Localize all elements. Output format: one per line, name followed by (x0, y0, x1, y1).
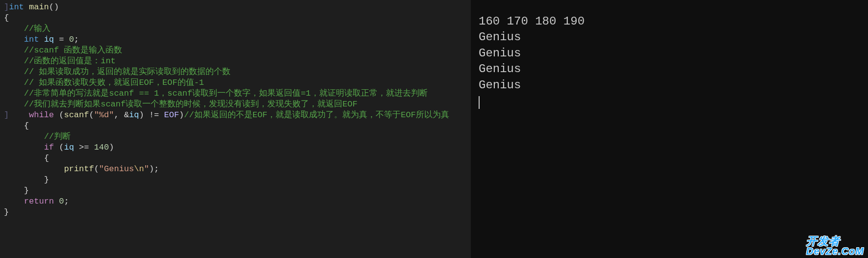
code-token-ident: iq (129, 110, 139, 120)
code-line[interactable]: //非常简单的写法就是scanf == 1，scanf读取到一个数字，如果返回值… (0, 88, 471, 99)
code-token-brace: } (4, 207, 9, 217)
code-token-comment: //非常简单的写法就是scanf == 1，scanf读取到一个数字，如果返回值… (24, 89, 428, 98)
code-token-op: >= (74, 143, 94, 152)
code-token-op: != (144, 110, 164, 120)
code-line[interactable]: //scanf 函数是输入函数 (0, 45, 471, 56)
code-token-string: " (144, 164, 149, 174)
code-token-number: 140 (94, 143, 109, 152)
code-token-comment: //输入 (24, 24, 51, 33)
terminal-cursor-line[interactable] (479, 93, 868, 109)
code-line[interactable]: { (0, 153, 471, 164)
code-token-esc: \n (134, 164, 144, 174)
fold-bracket: ] (4, 2, 9, 12)
code-token-string: "%d" (94, 110, 114, 120)
code-token-type: int (9, 2, 29, 12)
terminal-cursor (479, 96, 480, 109)
code-line[interactable]: ]int main() (0, 2, 471, 13)
code-token-paren: () (49, 2, 59, 12)
code-line[interactable]: { (0, 13, 471, 24)
code-token-paren: ) (139, 110, 144, 120)
code-line[interactable]: //输入 (0, 24, 471, 34)
code-token-ident: iq (44, 35, 54, 44)
code-token-plain: , (114, 110, 124, 120)
code-token-paren: ( (59, 143, 64, 152)
terminal-pane[interactable]: 160 170 180 190GeniusGeniusGeniusGenius … (471, 0, 868, 258)
code-line[interactable]: if (iq >= 140) (0, 142, 471, 153)
code-token-string: "Genius (99, 164, 134, 174)
code-token-paren: ) (109, 143, 114, 152)
code-token-op: = (54, 35, 69, 44)
watermark-line2: DevZe.CoM (806, 247, 864, 256)
terminal-output-line: Genius (479, 77, 868, 93)
code-token-comment: // 如果读取成功，返回的就是实际读取到的数据的个数 (24, 67, 231, 77)
code-token-kw: while (29, 110, 59, 120)
code-token-comment: //判断 (44, 132, 71, 141)
code-token-paren: ) (149, 164, 154, 174)
code-token-type: int (24, 35, 44, 44)
code-token-paren: ( (59, 110, 64, 120)
code-line[interactable]: } (0, 185, 471, 196)
code-token-brace: { (4, 13, 9, 23)
code-line[interactable]: } (0, 207, 471, 218)
code-token-brace: { (24, 121, 29, 130)
code-line[interactable]: //我们就去判断如果scanf读取一个整数的时候，发现没有读到，发现失败了，就返… (0, 99, 471, 110)
code-token-kw: return (24, 197, 59, 206)
code-token-func: scanf (64, 110, 89, 120)
code-line[interactable]: // 如果读取成功，返回的就是实际读取到的数据的个数 (0, 67, 471, 77)
code-token-plain: ; (154, 164, 159, 174)
code-token-func: printf (64, 164, 94, 174)
code-line[interactable]: { (0, 121, 471, 131)
code-token-kw: if (44, 143, 59, 152)
terminal-output-line: Genius (479, 46, 868, 61)
code-line[interactable]: return 0; (0, 196, 471, 207)
code-token-brace: } (44, 175, 49, 184)
terminal-output-line: 160 170 180 190 (479, 14, 868, 29)
code-token-op: & (124, 110, 129, 120)
code-line[interactable]: //判断 (0, 131, 471, 142)
watermark-line1: 开发者 (806, 236, 864, 247)
terminal-output-line: Genius (479, 61, 868, 77)
fold-bracket: ] (4, 110, 9, 120)
code-line[interactable]: printf("Genius\n"); (0, 164, 471, 175)
code-token-comment: //如果返回的不是EOF，就是读取成功了。就为真，不等于EOF所以为真 (184, 110, 449, 120)
code-token-comment: //scanf 函数是输入函数 (24, 46, 123, 55)
code-token-number: 0 (59, 197, 64, 206)
code-token-plain: ; (74, 35, 79, 44)
code-line[interactable]: // 如果函数读取失败，就返回EOF，EOF的值-1 (0, 77, 471, 88)
code-token-brace: { (44, 154, 49, 163)
code-line[interactable]: } (0, 175, 471, 185)
code-line[interactable]: int iq = 0; (0, 34, 471, 45)
code-line[interactable]: ] while (scanf("%d", &iq) != EOF)//如果返回的… (0, 110, 471, 121)
terminal-output-line: Genius (479, 29, 868, 45)
code-token-ident: iq (64, 143, 74, 152)
code-token-func: main (29, 2, 49, 12)
code-token-macro: EOF (164, 110, 179, 120)
code-token-comment: //我们就去判断如果scanf读取一个整数的时候，发现没有读到，发现失败了，就返… (24, 100, 357, 109)
code-token-plain: ; (64, 197, 69, 206)
code-token-paren: ( (89, 110, 94, 120)
code-token-paren: ( (94, 164, 99, 174)
watermark-logo: 开发者 DevZe.CoM (806, 236, 864, 256)
code-token-paren: ) (179, 110, 184, 120)
code-token-number: 0 (69, 35, 74, 44)
code-token-comment: // 如果函数读取失败，就返回EOF，EOF的值-1 (24, 78, 204, 87)
code-token-comment: //函数的返回值是：int (24, 56, 116, 66)
code-line[interactable]: //函数的返回值是：int (0, 56, 471, 67)
code-editor-pane[interactable]: ]int main(){ //输入 int iq = 0; //scanf 函数… (0, 0, 471, 258)
code-token-brace: } (24, 186, 29, 195)
